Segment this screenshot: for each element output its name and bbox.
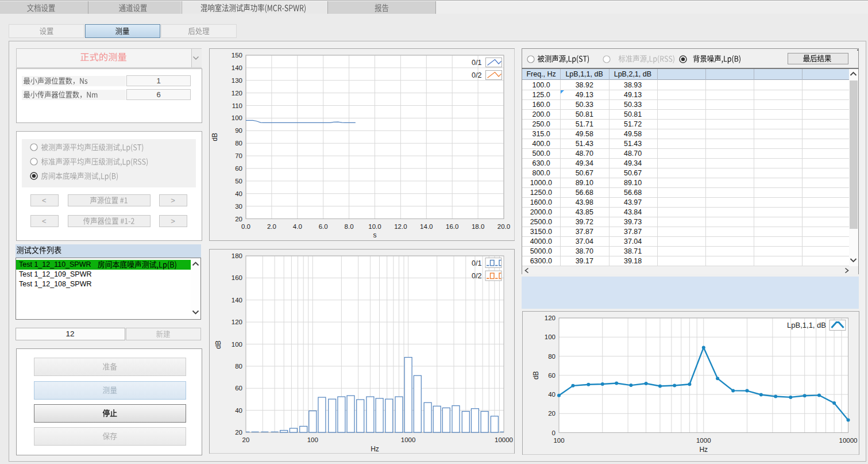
svg-text:60: 60 — [548, 371, 555, 378]
svg-text:18.0: 18.0 — [471, 223, 484, 230]
svg-text:110: 110 — [232, 102, 242, 109]
svg-text:dB: dB — [532, 371, 540, 379]
svg-text:100: 100 — [544, 333, 555, 340]
svg-text:14.0: 14.0 — [420, 223, 433, 230]
svg-text:10000: 10000 — [495, 436, 513, 443]
svg-text:0: 0 — [551, 429, 555, 436]
svg-text:100: 100 — [231, 340, 242, 347]
svg-text:0.0: 0.0 — [241, 223, 250, 230]
svg-text:1000: 1000 — [400, 436, 415, 443]
svg-text:180: 180 — [231, 252, 242, 259]
svg-text:s: s — [373, 231, 376, 239]
svg-text:60: 60 — [235, 165, 242, 172]
svg-text:16.0: 16.0 — [446, 223, 458, 230]
svg-text:12.0: 12.0 — [394, 223, 407, 230]
svg-text:120: 120 — [544, 315, 555, 321]
svg-text:80: 80 — [235, 362, 242, 369]
svg-text:1000: 1000 — [696, 436, 711, 443]
svg-text:Hz: Hz — [699, 445, 708, 453]
svg-text:120: 120 — [231, 90, 242, 97]
svg-text:0/2: 0/2 — [472, 272, 481, 280]
svg-text:40: 40 — [235, 407, 242, 413]
svg-text:50: 50 — [235, 178, 242, 185]
svg-text:8.0: 8.0 — [344, 223, 353, 230]
svg-text:LpB,1,1, dB: LpB,1,1, dB — [787, 321, 826, 329]
svg-text:150: 150 — [231, 52, 242, 59]
svg-text:dB: dB — [211, 133, 219, 141]
svg-text:80: 80 — [235, 140, 242, 147]
svg-text:20.0: 20.0 — [497, 223, 510, 230]
svg-text:60: 60 — [235, 385, 242, 392]
svg-text:100: 100 — [231, 114, 242, 121]
svg-text:0/1: 0/1 — [472, 59, 481, 67]
svg-text:20: 20 — [235, 429, 242, 436]
svg-text:20: 20 — [548, 410, 555, 417]
svg-text:120: 120 — [231, 319, 242, 325]
svg-text:0/2: 0/2 — [472, 71, 481, 79]
svg-text:160: 160 — [231, 274, 242, 281]
svg-text:6.0: 6.0 — [318, 223, 327, 230]
svg-text:10.0: 10.0 — [368, 223, 381, 230]
svg-text:70: 70 — [235, 152, 242, 159]
svg-text:140: 140 — [231, 296, 242, 303]
svg-text:20: 20 — [242, 436, 249, 443]
svg-text:10000: 10000 — [839, 436, 857, 443]
svg-text:2.0: 2.0 — [267, 223, 276, 230]
svg-text:140: 140 — [231, 64, 242, 71]
svg-text:40: 40 — [235, 190, 242, 197]
svg-text:40: 40 — [548, 391, 555, 398]
svg-text:Hz: Hz — [371, 445, 379, 453]
svg-text:0/1: 0/1 — [472, 259, 481, 267]
svg-text:20: 20 — [235, 216, 242, 223]
svg-text:4.0: 4.0 — [292, 223, 302, 230]
svg-text:130: 130 — [231, 77, 242, 84]
svg-text:100: 100 — [553, 436, 564, 443]
svg-text:dB: dB — [214, 340, 222, 349]
svg-text:30: 30 — [235, 203, 242, 210]
svg-text:100: 100 — [307, 436, 318, 443]
svg-text:80: 80 — [548, 352, 555, 359]
svg-text:90: 90 — [235, 127, 242, 134]
